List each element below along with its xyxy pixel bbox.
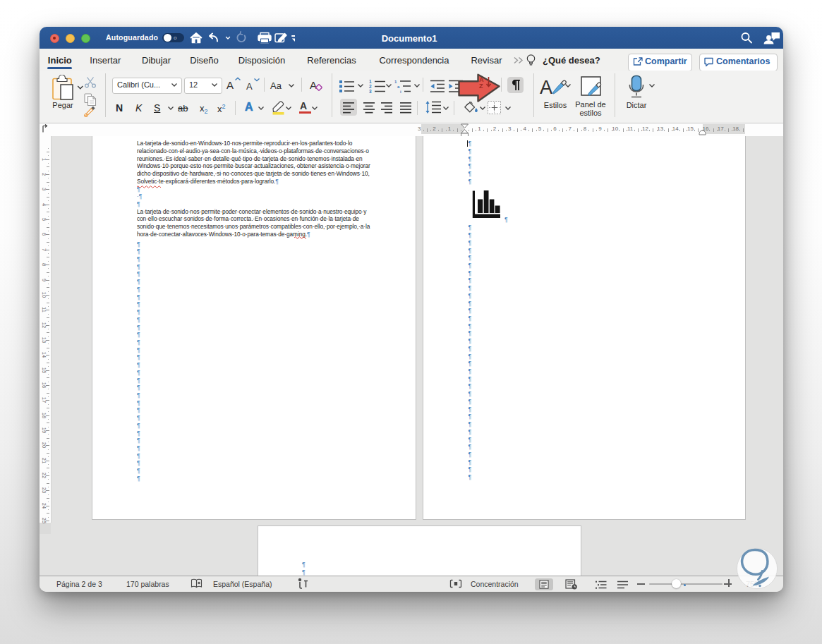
svg-text:2: 2 (369, 84, 372, 89)
svg-text:1: 1 (394, 80, 397, 84)
svg-text:i: i (400, 90, 401, 94)
svg-text:A: A (540, 77, 552, 98)
svg-text:a: a (397, 85, 400, 89)
svg-text:1: 1 (369, 79, 372, 84)
svg-text:3: 3 (369, 89, 372, 94)
svg-text:Z: Z (479, 83, 483, 90)
